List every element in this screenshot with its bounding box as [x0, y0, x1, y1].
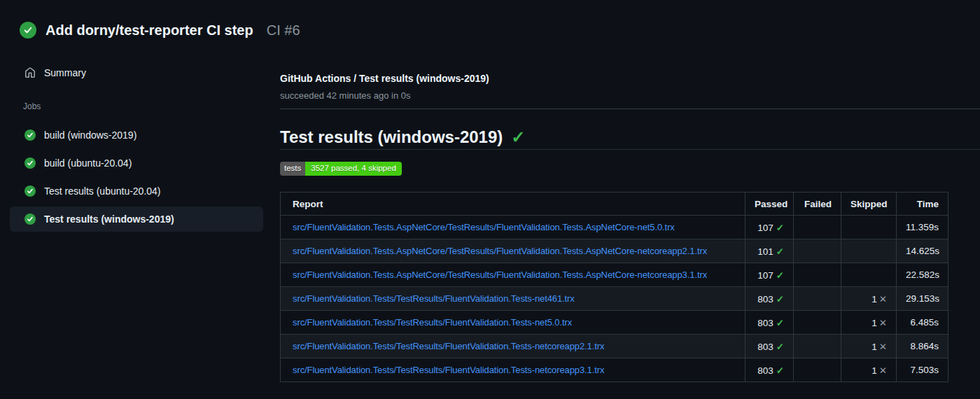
job-success-check-icon: [24, 214, 36, 225]
jobs-sidebar: Summary Jobs build (windows-2019)build (…: [0, 39, 280, 234]
report-link[interactable]: src/FluentValidation.Tests/TestResults/F…: [293, 317, 572, 328]
passed-check-icon: ✓: [776, 223, 784, 233]
table-row: src/FluentValidation.Tests/TestResults/F…: [281, 311, 948, 335]
results-heading: Test results (windows-2019)✓: [280, 127, 980, 150]
table-row: src/FluentValidation.Tests.AspNetCore/Te…: [281, 263, 948, 287]
time-cell: 7.503s: [897, 358, 948, 382]
tests-badge-label: tests: [280, 162, 305, 176]
sidebar-job-item[interactable]: Test results (windows-2019): [10, 206, 263, 232]
home-icon: [24, 67, 36, 78]
skipped-cell: [841, 239, 897, 263]
passed-cell: 803✓: [746, 335, 794, 358]
failed-cell: [794, 287, 841, 311]
report-link[interactable]: src/FluentValidation.Tests.AspNetCore/Te…: [293, 222, 675, 232]
report-cell: src/FluentValidation.Tests/TestResults/F…: [281, 287, 746, 311]
report-link[interactable]: src/FluentValidation.Tests.AspNetCore/Te…: [293, 246, 707, 256]
report-link[interactable]: src/FluentValidation.Tests/TestResults/F…: [293, 341, 604, 351]
table-row: src/FluentValidation.Tests.AspNetCore/Te…: [281, 239, 948, 263]
check-run-status: succeeded 42 minutes ago in 0s: [280, 90, 980, 102]
time-cell: 11.359s: [897, 216, 948, 239]
passed-check-icon: ✓: [776, 365, 784, 376]
report-link[interactable]: src/FluentValidation.Tests.AspNetCore/Te…: [293, 270, 707, 280]
skipped-cell: [841, 263, 897, 287]
passed-check-icon: ✓: [776, 246, 784, 257]
tests-badge-value: 3527 passed, 4 skipped: [305, 162, 401, 176]
sidebar-job-item[interactable]: build (ubuntu-20.04): [10, 150, 263, 176]
job-success-check-icon: [24, 130, 36, 141]
report-cell: src/FluentValidation.Tests/TestResults/F…: [281, 311, 746, 335]
heading-success-check-icon: ✓: [511, 127, 525, 146]
check-run-title: GitHub Actions / Test results (windows-2…: [280, 71, 980, 85]
passed-cell: 803✓: [746, 358, 794, 382]
table-row: src/FluentValidation.Tests/TestResults/F…: [281, 335, 948, 358]
main-panel: GitHub Actions / Test results (windows-2…: [280, 39, 980, 382]
run-header: Add dorny/test-reporter CI step CI #6: [0, 0, 980, 39]
summary-label: Summary: [44, 67, 86, 78]
test-results-table: Report Passed Failed Skipped Time src/Fl…: [280, 192, 948, 382]
column-header-report: Report: [281, 192, 746, 216]
column-header-passed: Passed: [746, 192, 794, 216]
skipped-cross-icon: ✕: [879, 294, 887, 304]
report-cell: src/FluentValidation.Tests.AspNetCore/Te…: [281, 216, 746, 239]
passed-check-icon: ✓: [776, 342, 784, 352]
report-cell: src/FluentValidation.Tests.AspNetCore/Te…: [281, 263, 746, 287]
run-title: Add dorny/test-reporter CI step: [46, 22, 253, 38]
skipped-cross-icon: ✕: [879, 342, 887, 352]
passed-check-icon: ✓: [776, 270, 784, 281]
jobs-section-label: Jobs: [23, 102, 280, 113]
sidebar-job-item[interactable]: Test results (ubuntu-20.04): [10, 178, 263, 204]
job-label: build (windows-2019): [44, 130, 136, 141]
skipped-cross-icon: ✕: [879, 365, 887, 376]
column-header-skipped: Skipped: [841, 192, 897, 216]
report-cell: src/FluentValidation.Tests/TestResults/F…: [281, 358, 746, 382]
sidebar-job-item[interactable]: build (windows-2019): [10, 122, 263, 148]
job-success-check-icon: [24, 158, 36, 169]
passed-cell: 803✓: [746, 311, 794, 335]
run-success-check-icon: [20, 22, 36, 38]
column-header-time: Time: [897, 192, 948, 216]
passed-check-icon: ✓: [776, 294, 784, 304]
job-label: Test results (windows-2019): [44, 214, 174, 225]
job-success-check-icon: [24, 186, 36, 197]
table-row: src/FluentValidation.Tests/TestResults/F…: [281, 287, 948, 311]
table-body: src/FluentValidation.Tests.AspNetCore/Te…: [281, 216, 948, 382]
section-divider: [280, 108, 980, 109]
report-cell: src/FluentValidation.Tests.AspNetCore/Te…: [281, 239, 746, 263]
passed-cell: 107✓: [746, 216, 794, 239]
job-label: Test results (ubuntu-20.04): [44, 186, 161, 197]
jobs-list: build (windows-2019)build (ubuntu-20.04)…: [0, 122, 280, 232]
run-number: CI #6: [267, 22, 300, 38]
report-cell: src/FluentValidation.Tests/TestResults/F…: [281, 335, 746, 358]
report-link[interactable]: src/FluentValidation.Tests/TestResults/F…: [293, 365, 604, 375]
passed-cell: 107✓: [746, 263, 794, 287]
table-header-row: Report Passed Failed Skipped Time: [281, 192, 948, 216]
skipped-cell: 1✕: [841, 358, 897, 382]
skipped-cell: [841, 216, 897, 239]
skipped-cross-icon: ✕: [879, 318, 887, 328]
time-cell: 8.864s: [897, 335, 948, 358]
skipped-cell: 1✕: [841, 311, 897, 335]
failed-cell: [794, 216, 841, 239]
failed-cell: [794, 311, 841, 335]
time-cell: 14.625s: [897, 239, 948, 263]
job-label: build (ubuntu-20.04): [44, 158, 132, 169]
table-row: src/FluentValidation.Tests/TestResults/F…: [281, 358, 948, 382]
passed-cell: 803✓: [746, 287, 794, 311]
passed-check-icon: ✓: [776, 318, 784, 328]
skipped-cell: 1✕: [841, 335, 897, 358]
report-link[interactable]: src/FluentValidation.Tests/TestResults/F…: [293, 293, 575, 304]
passed-cell: 101✓: [746, 239, 794, 263]
time-cell: 22.582s: [897, 263, 948, 287]
failed-cell: [794, 239, 841, 263]
sidebar-item-summary[interactable]: Summary: [0, 62, 280, 84]
time-cell: 29.153s: [897, 287, 948, 311]
table-row: src/FluentValidation.Tests.AspNetCore/Te…: [281, 216, 948, 239]
failed-cell: [794, 358, 841, 382]
time-cell: 6.485s: [897, 311, 948, 335]
failed-cell: [794, 335, 841, 358]
column-header-failed: Failed: [794, 192, 841, 216]
skipped-cell: 1✕: [841, 287, 897, 311]
failed-cell: [794, 263, 841, 287]
tests-badge: tests 3527 passed, 4 skipped: [280, 162, 402, 176]
